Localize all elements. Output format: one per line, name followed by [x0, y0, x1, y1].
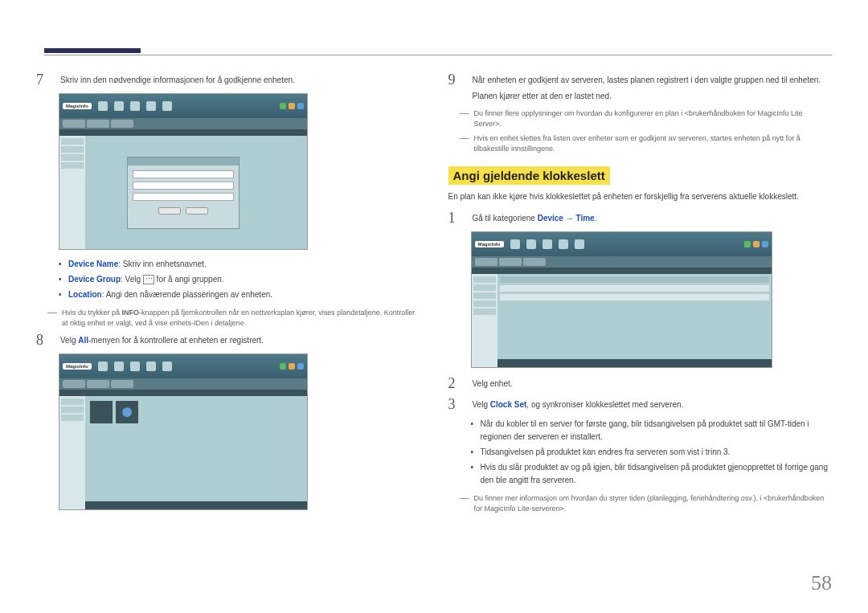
nav-icon	[130, 101, 140, 111]
field-text: : Velg	[121, 275, 143, 284]
status-icons	[280, 103, 304, 109]
ss-footer	[497, 359, 772, 367]
ss-toolbar	[59, 390, 307, 396]
list-item: Device Name: Skriv inn enhetsnavnet.	[59, 258, 420, 271]
step-text: Skriv inn den nødvendige informasjonen f…	[60, 72, 295, 87]
screenshot-time-settings: MagicInfo	[471, 231, 772, 368]
step-8: 8 Velg All-menyen for å kontrollere at e…	[36, 333, 420, 347]
field-text: : Skriv inn enhetsnavnet.	[118, 260, 207, 268]
sidebar-item	[61, 407, 84, 413]
screenshot-approve-device: MagicInfo	[59, 93, 308, 250]
tab-icon	[87, 120, 109, 128]
status-dot-icon	[289, 103, 295, 109]
dialog-buttons	[133, 207, 234, 215]
step-number: 9	[448, 72, 463, 102]
note-text: Du finner mer informasjon om hvordan du …	[474, 493, 833, 513]
sidebar-item	[473, 300, 496, 307]
sidebar-item	[61, 138, 84, 145]
sidebar-item	[473, 292, 496, 299]
step-number: 1	[448, 210, 463, 225]
ss-body	[472, 274, 772, 367]
approve-dialog	[127, 157, 240, 229]
sidebar-item	[473, 309, 496, 315]
list-item: Hvis du slår produktet av og på igjen, b…	[471, 461, 833, 487]
sidebar-item	[61, 415, 84, 421]
dash-icon: ―	[460, 133, 469, 153]
intro-text: En plan kan ikke kjøre hvis klokkeslette…	[448, 191, 833, 202]
ss-topbar: MagicInfo	[59, 354, 307, 378]
input-field	[133, 170, 234, 178]
header-accent-bar	[44, 48, 141, 53]
nav-icon	[542, 239, 552, 249]
step-9: 9 Når enheten er godkjent av serveren, l…	[448, 72, 833, 102]
logo-icon: MagicInfo	[63, 103, 92, 109]
tab-icon	[63, 380, 85, 388]
status-icons	[744, 241, 768, 247]
dash-icon: ―	[460, 108, 469, 129]
device-table	[497, 274, 772, 304]
sidebar-item	[61, 398, 84, 405]
header-divider	[44, 55, 832, 55]
ss-topbar: MagicInfo	[472, 232, 772, 256]
step-number: 7	[36, 72, 51, 87]
step-text: Gå til kategoriene Device → Time.	[473, 210, 597, 225]
tab-icon	[63, 120, 85, 128]
step-3: 3 Velg Clock Set, og synkroniser klokkes…	[448, 397, 833, 411]
ss-tabbar	[59, 378, 307, 390]
field-label: Location	[68, 290, 102, 299]
status-dot-icon	[297, 363, 304, 370]
cancel-button-icon	[186, 207, 208, 215]
section-heading: Angi gjeldende klokkeslett	[448, 166, 610, 185]
step-1: 1 Gå til kategoriene Device → Time.	[448, 210, 833, 225]
field-label: Device Name	[68, 260, 118, 268]
nav-icon	[98, 101, 108, 111]
sidebar-item	[473, 284, 496, 291]
step-number: 2	[448, 376, 463, 390]
info-note: ― Hvis en enhet slettes fra listen over …	[460, 133, 833, 153]
field-text: : Angi den nåværende plasseringen av enh…	[102, 290, 272, 299]
logo-icon: MagicInfo	[475, 241, 504, 247]
status-dot-icon	[280, 103, 286, 109]
table-header	[499, 276, 770, 284]
sidebar-item	[61, 162, 84, 169]
tab-icon	[475, 258, 497, 266]
nav-icon	[146, 362, 156, 371]
left-column: 7 Skriv inn den nødvendige informasjonen…	[36, 72, 420, 519]
nav-icon	[146, 101, 156, 111]
status-icons	[280, 363, 304, 370]
ss-tabbar	[472, 256, 772, 268]
ss-body	[59, 396, 307, 509]
power-icon	[122, 407, 132, 417]
status-dot-icon	[744, 241, 751, 247]
page-number: 58	[811, 571, 832, 595]
step-2: 2 Velg enhet.	[448, 376, 833, 390]
ss-footer	[85, 501, 307, 509]
nav-icon	[526, 239, 536, 249]
ss-sidebar	[472, 274, 497, 367]
ss-topbar: MagicInfo	[59, 94, 307, 118]
ellipsis-button-icon	[143, 275, 154, 284]
device-thumb	[90, 401, 113, 423]
device-thumbnails	[85, 396, 307, 428]
step-text: Velg All-menyen for å kontrollere at enh…	[60, 333, 264, 347]
tab-icon	[523, 258, 546, 266]
nav-icon	[575, 239, 584, 249]
ss-toolbar	[472, 268, 772, 274]
nav-icon	[162, 362, 172, 371]
list-item: Device Group: Velg for å angi gruppen.	[59, 273, 420, 286]
info-note: ― Hvis du trykker på INFO-knappen på fje…	[47, 308, 420, 328]
nav-icon	[98, 362, 108, 371]
status-dot-icon	[753, 241, 760, 247]
step-text: Når enheten er godkjent av serveren, las…	[473, 72, 821, 102]
tab-icon	[87, 380, 109, 388]
list-item: Tidsangivelsen på produktet kan endres f…	[471, 446, 833, 459]
table-row	[499, 293, 770, 301]
status-dot-icon	[762, 241, 768, 247]
sidebar-item	[61, 154, 84, 161]
two-column-layout: 7 Skriv inn den nødvendige informasjonen…	[36, 72, 832, 519]
dialog-title	[128, 157, 239, 166]
table-row	[499, 284, 770, 292]
note-text: Du finner flere opplysninger om hvordan …	[474, 108, 833, 129]
nav-icon	[114, 362, 124, 371]
ss-toolbar	[59, 129, 307, 136]
